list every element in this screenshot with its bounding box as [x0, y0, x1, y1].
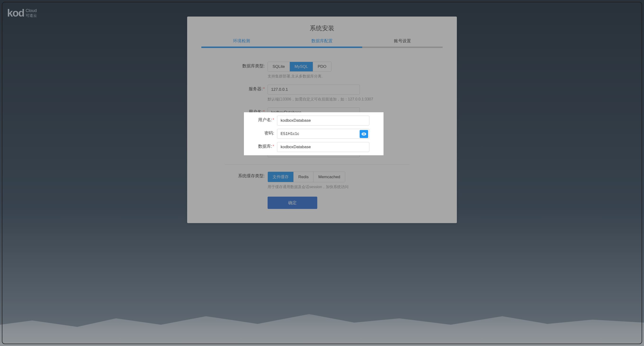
hl-label-database: 数据库:*	[244, 142, 277, 149]
hl-toggle-password-visibility[interactable]	[360, 130, 368, 138]
eye-icon	[361, 131, 366, 137]
hl-label-password: 密码:	[244, 129, 277, 136]
hl-username-input[interactable]	[277, 116, 369, 125]
hl-database-input[interactable]	[277, 142, 369, 152]
highlight-focus-area: 用户名:* 密码: 数据库:*	[244, 112, 384, 155]
hl-label-username: 用户名:*	[244, 116, 277, 123]
dim-overlay	[0, 0, 644, 346]
hl-password-input[interactable]	[277, 129, 369, 139]
